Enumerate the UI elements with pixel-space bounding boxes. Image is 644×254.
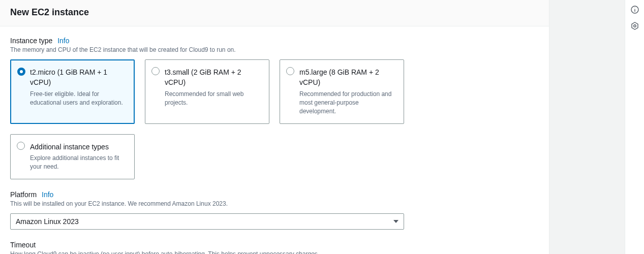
tile-desc: Recommended for production and most gene… — [299, 90, 396, 116]
tile-title: t3.small (2 GiB RAM + 2 vCPU) — [165, 67, 262, 88]
right-panel — [549, 0, 625, 254]
instance-type-label-row: Instance type Info — [10, 37, 539, 45]
main-column: New EC2 instance Instance type Info The … — [0, 0, 549, 254]
instance-type-tiles-row1: t2.micro (1 GiB RAM + 1 vCPU) Free-tier … — [10, 59, 539, 124]
panel-content: Instance type Info The memory and CPU of… — [0, 26, 549, 254]
radio-icon — [17, 68, 25, 76]
timeout-section: Timeout How long Cloud9 can be inactive … — [10, 241, 539, 254]
svg-point-4 — [633, 25, 635, 27]
tile-desc: Free-tier eligible. Ideal for educationa… — [30, 90, 127, 108]
platform-select[interactable]: Amazon Linux 2023 — [10, 213, 404, 230]
svg-marker-3 — [632, 22, 638, 29]
timeout-label: Timeout — [10, 241, 36, 249]
caret-down-icon — [393, 220, 398, 223]
radio-icon — [286, 67, 294, 75]
timeout-help: How long Cloud9 can be inactive (no user… — [10, 250, 539, 254]
platform-select-value: Amazon Linux 2023 — [16, 217, 79, 226]
panel-header: New EC2 instance — [0, 0, 549, 26]
instance-type-info-link[interactable]: Info — [57, 37, 69, 45]
platform-help: This will be installed on your EC2 insta… — [10, 200, 539, 207]
tile-desc: Explore additional instances to fit your… — [30, 154, 127, 172]
info-icon[interactable] — [630, 5, 639, 14]
platform-info-link[interactable]: Info — [42, 190, 53, 199]
platform-label-row: Platform Info — [10, 190, 539, 199]
tile-desc: Recommended for small web projects. — [165, 90, 262, 108]
tile-title: t2.micro (1 GiB RAM + 1 vCPU) — [30, 67, 127, 88]
radio-icon — [151, 67, 160, 75]
platform-label: Platform — [10, 190, 37, 199]
instance-type-section: Instance type Info The memory and CPU of… — [10, 37, 539, 179]
svg-point-2 — [634, 8, 635, 8]
icon-rail — [625, 0, 644, 254]
tile-m5-large[interactable]: m5.large (8 GiB RAM + 2 vCPU) Recommende… — [280, 59, 404, 124]
settings-hex-icon[interactable] — [630, 21, 639, 30]
tile-t3-small[interactable]: t3.small (2 GiB RAM + 2 vCPU) Recommende… — [145, 59, 269, 124]
timeout-label-row: Timeout — [10, 241, 539, 249]
tile-t2-micro[interactable]: t2.micro (1 GiB RAM + 1 vCPU) Free-tier … — [10, 59, 135, 124]
instance-type-label: Instance type — [10, 37, 52, 45]
platform-section: Platform Info This will be installed on … — [10, 190, 539, 230]
instance-type-help: The memory and CPU of the EC2 instance t… — [10, 46, 539, 53]
page-title: New EC2 instance — [10, 7, 539, 18]
tile-title: m5.large (8 GiB RAM + 2 vCPU) — [299, 67, 396, 88]
tile-title: Additional instance types — [30, 142, 127, 152]
radio-icon — [17, 142, 25, 150]
instance-type-tiles-row2: Additional instance types Explore additi… — [10, 134, 539, 179]
tile-additional-types[interactable]: Additional instance types Explore additi… — [10, 134, 135, 179]
